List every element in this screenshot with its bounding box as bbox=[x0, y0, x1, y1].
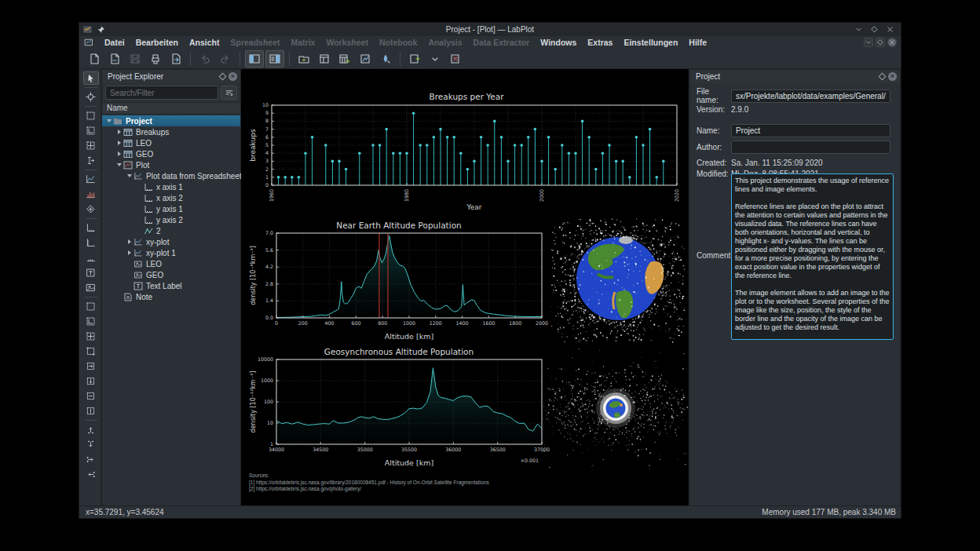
menu-extras[interactable]: Extras bbox=[582, 37, 618, 48]
tree-item-y-axis-1[interactable]: y axis 1 bbox=[102, 203, 240, 214]
add-text-label-icon[interactable] bbox=[83, 154, 99, 167]
worksheet-canvas[interactable]: Breakups per Year01234567891019601980200… bbox=[241, 69, 689, 507]
search-input[interactable] bbox=[105, 86, 218, 100]
minimize-button[interactable] bbox=[854, 25, 863, 34]
tree-item-leo[interactable]: LEO bbox=[102, 137, 240, 148]
expander-closed-icon[interactable] bbox=[115, 151, 123, 156]
sources-text-label[interactable]: Sources:[1] https://orbitaldebris.jsc.na… bbox=[249, 473, 579, 493]
close-window-icon[interactable] bbox=[446, 50, 465, 68]
tree-item-text-label[interactable]: Text Label bbox=[102, 280, 240, 291]
close-dock-icon[interactable]: × bbox=[229, 72, 237, 81]
zoom-out-icon[interactable] bbox=[83, 438, 99, 451]
zoom-in-icon[interactable] bbox=[83, 423, 99, 436]
shift-x-icon[interactable] bbox=[83, 389, 99, 403]
filter-options-button[interactable] bbox=[221, 86, 237, 100]
name-field[interactable] bbox=[731, 124, 890, 137]
add-histogram-icon[interactable] bbox=[83, 188, 99, 201]
expander-open-icon[interactable] bbox=[126, 174, 133, 177]
geo-debris-image[interactable] bbox=[543, 347, 689, 473]
tree-item-xy-plot[interactable]: xy-plot bbox=[102, 236, 240, 247]
zoom-y-select-icon[interactable] bbox=[83, 374, 99, 388]
add-plot-centered-axes-icon[interactable] bbox=[83, 139, 99, 152]
shift-y-icon[interactable] bbox=[83, 404, 99, 418]
worksheet-toolbar bbox=[81, 69, 101, 507]
tree-item-project[interactable]: Project bbox=[102, 115, 240, 126]
crosshair-mode-icon[interactable] bbox=[83, 90, 99, 104]
expander-open-icon[interactable] bbox=[105, 119, 113, 122]
add-image-icon[interactable] bbox=[83, 281, 99, 294]
tree-item-breakups[interactable]: Breakups bbox=[102, 126, 240, 137]
add-xy-curve-icon[interactable] bbox=[83, 173, 99, 186]
new-workbook-icon[interactable] bbox=[315, 50, 334, 68]
plot-near-earth-altitude[interactable]: Near Earth Altitude Population0200400600… bbox=[248, 219, 550, 341]
add-plot-two-axes-icon[interactable] bbox=[83, 124, 99, 137]
add-custom-axis-icon[interactable] bbox=[83, 251, 99, 265]
new-project-icon[interactable] bbox=[85, 50, 104, 68]
insert-plot-template-3-icon[interactable] bbox=[83, 330, 99, 343]
close-dock-icon[interactable]: × bbox=[888, 72, 897, 81]
menu-ansicht[interactable]: Ansicht bbox=[184, 37, 225, 48]
shift-up-icon[interactable] bbox=[83, 453, 99, 466]
mdi-restore-button[interactable] bbox=[876, 38, 885, 47]
auto-fit-icon[interactable] bbox=[83, 203, 99, 216]
new-window-icon[interactable] bbox=[405, 50, 424, 68]
close-button[interactable] bbox=[886, 25, 894, 34]
add-plot-four-axes-icon[interactable] bbox=[83, 109, 99, 122]
float-dock-icon[interactable] bbox=[879, 73, 887, 81]
open-project-icon[interactable] bbox=[105, 50, 124, 68]
menu-bearbeiten[interactable]: Bearbeiten bbox=[130, 37, 184, 48]
new-window-dropdown-icon[interactable] bbox=[426, 50, 444, 68]
author-label: Author: bbox=[690, 143, 731, 151]
maximize-button[interactable] bbox=[870, 25, 879, 34]
tree-item-y-axis-2[interactable]: y axis 2 bbox=[102, 214, 240, 225]
float-dock-icon[interactable] bbox=[219, 73, 227, 81]
add-y-axis-icon[interactable] bbox=[83, 236, 99, 250]
tree-item-leo[interactable]: LEO bbox=[102, 258, 240, 269]
expander-closed-icon[interactable] bbox=[126, 250, 133, 255]
tree-item-xy-plot-1[interactable]: xy-plot 1 bbox=[102, 247, 240, 258]
add-x-axis-icon[interactable] bbox=[83, 221, 99, 235]
leo-debris-image[interactable] bbox=[550, 217, 686, 343]
comment-field[interactable]: This project demonstrates the usage of r… bbox=[731, 173, 894, 340]
new-worksheet-icon[interactable] bbox=[356, 50, 375, 68]
mdi-close-button[interactable] bbox=[887, 38, 897, 47]
tree-item-note[interactable]: Note bbox=[102, 291, 240, 302]
new-folder-icon[interactable] bbox=[294, 50, 313, 68]
tree-item-x-axis-1[interactable]: x axis 1 bbox=[102, 181, 240, 192]
toggle-properties-explorer-icon[interactable] bbox=[265, 50, 284, 68]
menu-datei[interactable]: Datei bbox=[99, 37, 130, 48]
zoom-x-select-icon[interactable] bbox=[83, 359, 99, 373]
tree-item-geo[interactable]: GEO bbox=[102, 269, 240, 280]
tree-item-geo[interactable]: GEO bbox=[102, 148, 240, 159]
expander-closed-icon[interactable] bbox=[115, 130, 123, 134]
tree-item-2[interactable]: 2 bbox=[102, 225, 240, 236]
plot-geosynchronous-altitude[interactable]: Geosynchronous Altitude Population340003… bbox=[248, 345, 550, 468]
menu-einstellungen[interactable]: Einstellungen bbox=[618, 37, 683, 48]
menu-hilfe[interactable]: Hilfe bbox=[683, 37, 712, 48]
tree-item-plot-data-from-spreadsheet[interactable]: Plot data from Spreadsheet bbox=[102, 170, 240, 181]
expander-closed-icon[interactable] bbox=[126, 239, 133, 244]
insert-plot-template-1-icon[interactable] bbox=[83, 300, 99, 313]
toggle-project-explorer-icon[interactable] bbox=[245, 50, 264, 68]
menu-windows[interactable]: Windows bbox=[535, 37, 582, 48]
author-field[interactable] bbox=[731, 140, 890, 154]
tree-item-x-axis-2[interactable]: x axis 2 bbox=[102, 192, 240, 203]
plot-breakups-per-year[interactable]: Breakups per Year01234567891019601980200… bbox=[248, 89, 685, 212]
add-plot-area-icon[interactable] bbox=[83, 266, 99, 279]
mdi-minimize-button[interactable] bbox=[864, 38, 873, 47]
toolbar-separator bbox=[85, 170, 97, 170]
zoom-select-icon[interactable] bbox=[83, 345, 99, 358]
new-spreadsheet-icon[interactable] bbox=[335, 50, 354, 68]
export-icon[interactable] bbox=[166, 50, 185, 68]
svg-text:Altitude [km]: Altitude [km] bbox=[385, 332, 433, 341]
expander-open-icon[interactable] bbox=[115, 163, 123, 166]
mouse-selection-mode-icon[interactable] bbox=[83, 71, 99, 85]
shift-down-icon[interactable] bbox=[83, 468, 99, 481]
color-scheme-icon[interactable] bbox=[376, 50, 395, 68]
project-tree: ProjectBreakupsLEOGEOPlotPlot data from … bbox=[102, 115, 240, 302]
expander-closed-icon[interactable] bbox=[115, 140, 123, 145]
tree-item-plot[interactable]: Plot bbox=[102, 159, 240, 170]
file-name-field[interactable] bbox=[731, 89, 890, 103]
insert-plot-template-2-icon[interactable] bbox=[83, 315, 99, 328]
print-icon[interactable] bbox=[146, 50, 165, 68]
